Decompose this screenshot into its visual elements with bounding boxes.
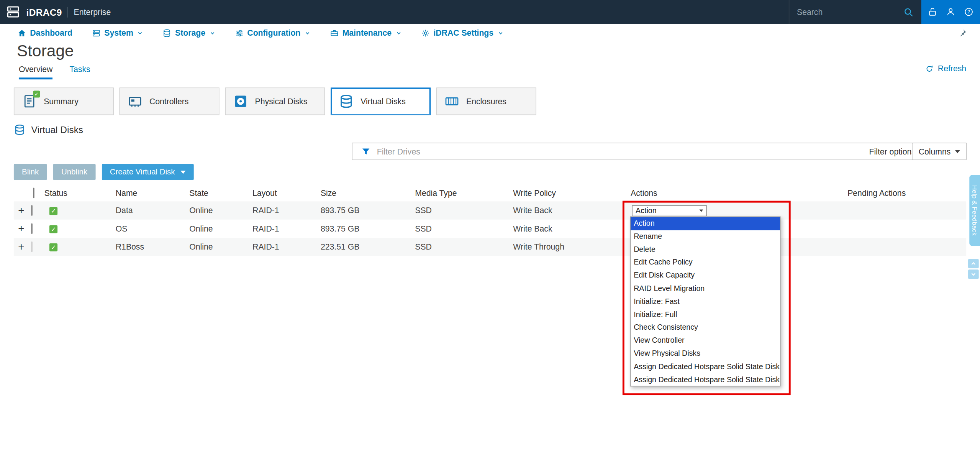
brand-edition: Enterprise [74, 7, 111, 16]
action-menu-item[interactable]: View Controller [631, 334, 780, 347]
physical-disk-icon [233, 94, 248, 109]
card-virtual-disks[interactable]: Virtual Disks [331, 87, 431, 115]
state-cell: Online [187, 242, 251, 251]
action-select[interactable]: Action [632, 205, 707, 216]
caret-down-icon [180, 171, 185, 174]
refresh-link[interactable]: Refresh [925, 64, 966, 73]
filter-options-link[interactable]: Filter options [869, 147, 916, 156]
columns-label: Columns [919, 147, 951, 156]
virtual-disks-table: Status Name State Layout Size Media Type… [14, 184, 966, 256]
section-header: Virtual Disks [14, 124, 83, 136]
nav-item-configuration[interactable]: Configuration [235, 28, 311, 37]
tab-overview[interactable]: Overview [19, 64, 52, 79]
action-menu-item[interactable]: Action [631, 217, 780, 230]
nav-label: Storage [175, 28, 205, 37]
scroll-down-button[interactable] [968, 270, 979, 279]
action-menu-item[interactable]: Assign Dedicated Hotspare Solid State Di… [631, 373, 780, 386]
card-summary[interactable]: ✓ Summary [14, 87, 114, 115]
caret-down-icon [700, 209, 703, 212]
filter-bar: Filter options [352, 143, 925, 160]
unblink-button[interactable]: Unblink [53, 164, 95, 180]
action-menu-item[interactable]: RAID Level Migration [631, 282, 780, 295]
pin-icon[interactable] [958, 28, 967, 37]
action-menu-item[interactable]: Initialize: Full [631, 308, 780, 321]
blink-button[interactable]: Blink [14, 164, 47, 180]
nav-item-idrac-settings[interactable]: iDRAC Settings [421, 28, 503, 37]
help-feedback-tab[interactable]: Help & Feedback [969, 175, 980, 246]
unlock-icon[interactable] [928, 7, 937, 17]
expand-row-button[interactable]: + [14, 242, 29, 252]
search-icon[interactable] [903, 7, 914, 17]
actions-cell: Action [629, 205, 846, 216]
card-label: Physical Disks [255, 97, 308, 106]
table-header-row: Status Name State Layout Size Media Type… [14, 184, 966, 202]
action-menu-item[interactable]: Check Consistency [631, 321, 780, 334]
name-cell: R1Boss [114, 242, 188, 251]
user-icon[interactable] [946, 7, 955, 17]
status-cell: ✓ [43, 242, 114, 251]
gear-icon [421, 28, 430, 37]
state-cell: Online [187, 206, 251, 215]
nav-item-storage[interactable]: Storage [162, 28, 215, 37]
row-checkbox[interactable] [31, 223, 33, 234]
action-menu-item[interactable]: View Physical Disks [631, 347, 780, 360]
size-cell: 893.75 GB [319, 206, 413, 215]
layout-cell: RAID-1 [251, 224, 319, 233]
status-ok-icon: ✓ [49, 207, 57, 215]
column-header-write-policy: Write Policy [511, 188, 629, 197]
columns-button[interactable]: Columns [912, 143, 967, 160]
card-physical-disks[interactable]: Physical Disks [225, 87, 325, 115]
chevron-down-icon [209, 30, 215, 36]
table-row: + ✓ R1Boss Online RAID-1 223.51 GB SSD W… [14, 238, 966, 256]
write-policy-cell: Write Through [511, 242, 629, 251]
search-box[interactable] [789, 0, 921, 24]
size-cell: 223.51 GB [319, 242, 413, 251]
nav-label: Maintenance [343, 28, 392, 37]
main-nav: Dashboard System Storage Configur [0, 24, 980, 42]
server-icon [92, 28, 101, 37]
tabs: Overview Tasks [19, 64, 90, 79]
expand-row-button[interactable]: + [14, 223, 29, 234]
controller-icon [128, 94, 143, 109]
action-menu-item[interactable]: Delete [631, 243, 780, 256]
table-row: + ✓ Data Online RAID-1 893.75 GB SSD Wri… [14, 201, 966, 219]
media-type-cell: SSD [413, 224, 511, 233]
column-header-media-type: Media Type [413, 188, 511, 197]
tab-tasks[interactable]: Tasks [69, 64, 90, 79]
nav-item-dashboard[interactable]: Dashboard [18, 28, 72, 37]
card-label: Virtual Disks [361, 97, 405, 106]
nav-label: System [104, 28, 133, 37]
search-input[interactable] [797, 7, 898, 16]
action-menu-item[interactable]: Edit Disk Capacity [631, 269, 780, 282]
row-checkbox[interactable] [31, 205, 33, 216]
action-menu-item[interactable]: Edit Cache Policy [631, 256, 780, 269]
nav-item-system[interactable]: System [92, 28, 143, 37]
action-menu-item[interactable]: Assign Dedicated Hotspare Solid State Di… [631, 360, 780, 373]
virtual-disks-toolbar: Blink Unblink Create Virtual Disk [14, 164, 193, 180]
table-row: + ✓ OS Online RAID-1 893.75 GB SSD Write… [14, 220, 966, 238]
summary-icon: ✓ [22, 94, 37, 109]
write-policy-cell: Write Back [511, 206, 629, 215]
status-cell: ✓ [43, 206, 114, 215]
chevron-down-icon [497, 30, 503, 36]
select-all-checkbox[interactable] [33, 187, 34, 198]
nav-label: Dashboard [30, 28, 72, 37]
scroll-up-button[interactable] [968, 259, 979, 268]
filter-drives-input[interactable] [377, 147, 863, 156]
column-header-status: Status [43, 188, 114, 197]
status-cell: ✓ [43, 224, 114, 233]
summary-ok-badge: ✓ [33, 91, 40, 98]
action-menu-item[interactable]: Rename [631, 230, 780, 243]
create-virtual-disk-button[interactable]: Create Virtual Disk [102, 164, 194, 180]
brand-name: iDRAC9 [26, 7, 62, 17]
row-checkbox[interactable] [31, 242, 33, 252]
database-icon [162, 28, 171, 37]
help-icon[interactable]: ? [964, 7, 974, 17]
action-menu-item[interactable]: Initialize: Fast [631, 295, 780, 308]
column-header-layout: Layout [251, 188, 319, 197]
card-enclosures[interactable]: Enclosures [436, 87, 536, 115]
nav-item-maintenance[interactable]: Maintenance [330, 28, 402, 37]
card-controllers[interactable]: Controllers [120, 87, 220, 115]
expand-row-button[interactable]: + [14, 205, 29, 216]
create-virtual-disk-label: Create Virtual Disk [110, 168, 175, 176]
